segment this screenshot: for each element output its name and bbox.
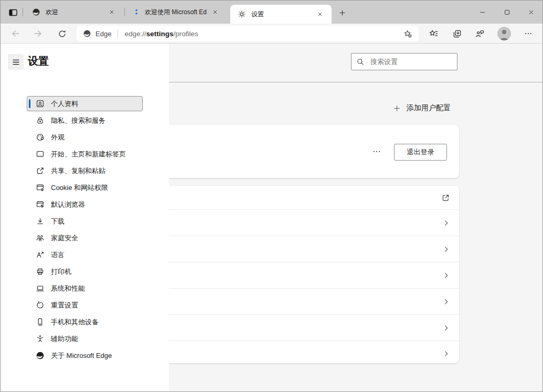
palette-icon [36, 133, 45, 142]
person-chat-icon [475, 29, 485, 39]
new-tab-button[interactable] [335, 6, 349, 19]
sidebar-item-start-home-newtab[interactable]: 开始、主页和新建标签页 [27, 146, 143, 162]
gear-icon [238, 10, 246, 18]
back-arrow-icon [11, 29, 20, 38]
tab-welcome-edge[interactable]: 欢迎使用 Microsoft Edg [126, 1, 227, 24]
tab-title: 设置 [251, 10, 312, 19]
close-window-button[interactable] [520, 4, 542, 20]
download-arrow-icon [36, 217, 45, 226]
tab-title: 欢迎 [46, 8, 103, 17]
settings-menu-button[interactable] [521, 26, 536, 41]
settings-sidebar: 设置 个人资料 隐私、搜索和服务 外观 [1, 44, 169, 391]
chevron-right-icon [442, 245, 450, 253]
site-label: Edge [95, 30, 111, 38]
sidebar-item-downloads[interactable]: 下载 [27, 214, 143, 229]
window-dots-icon [36, 150, 45, 158]
chevron-right-icon [442, 271, 450, 279]
sidebar-item-label: 共享、复制和粘贴 [51, 166, 105, 176]
tab-separator [124, 8, 125, 16]
sidebar-item-family-safety[interactable]: 家庭安全 [27, 230, 143, 246]
tab-separator [23, 8, 23, 16]
tab-actions-menu-button[interactable] [7, 6, 19, 19]
hamburger-icon [12, 58, 20, 67]
back-button[interactable] [8, 26, 23, 41]
tab-close-icon[interactable] [107, 7, 117, 17]
blue-dots-icon [133, 8, 140, 16]
chevron-right-icon [442, 298, 450, 305]
sidebar-item-label: 家庭安全 [51, 234, 78, 243]
settings-row[interactable] [169, 209, 459, 236]
edge-logo-icon [83, 29, 91, 38]
settings-row[interactable] [169, 262, 459, 288]
settings-row[interactable] [169, 314, 459, 341]
reload-icon [58, 29, 67, 38]
sidebar-item-phone-devices[interactable]: 手机和其他设备 [27, 314, 143, 330]
tab-close-icon[interactable] [315, 9, 325, 19]
sidebar-item-label: 默认浏览器 [51, 200, 85, 209]
sidebar-item-system-performance[interactable]: 系统和性能 [27, 281, 143, 296]
sidebar-item-label: 打印机 [51, 267, 71, 277]
sidebar-item-about-edge[interactable]: 关于 Microsoft Edge [27, 348, 143, 363]
forward-arrow-icon [33, 29, 42, 38]
tab-welcome[interactable]: 欢迎 [25, 1, 123, 24]
sidebar-item-default-browser[interactable]: 默认浏览器 [27, 197, 143, 212]
chevron-right-icon [442, 350, 450, 358]
maximize-icon [504, 9, 510, 16]
edge-logo-icon [36, 351, 45, 360]
selected-accent-bar [29, 99, 30, 108]
sidebar-item-accessibility[interactable]: 辅助功能 [27, 331, 143, 346]
phone-icon [36, 317, 45, 326]
sidebar-item-label: 个人资料 [51, 99, 78, 109]
settings-row[interactable] [169, 288, 459, 314]
sidebar-item-reset-settings[interactable]: 重置设置 [27, 298, 143, 313]
sidebar-item-label: 手机和其他设备 [51, 317, 99, 327]
sign-out-button[interactable]: 退出登录 [394, 144, 447, 161]
add-favorite-button[interactable] [399, 27, 417, 40]
url-text: edge://settings/profiles [124, 30, 198, 38]
profile-more-options-button[interactable] [369, 144, 385, 158]
settings-search-box[interactable] [351, 53, 457, 70]
profile-avatar-button[interactable] [497, 26, 512, 41]
reload-button[interactable] [55, 26, 69, 41]
sidebar-item-profiles[interactable]: 个人资料 [27, 96, 143, 111]
browser-essentials-button[interactable] [472, 26, 487, 41]
url-prefix: edge:// [124, 30, 146, 38]
settings-row-external[interactable] [169, 186, 459, 209]
add-profile-label: 添加用户配置 [407, 103, 451, 113]
sidebar-menu-button[interactable] [8, 54, 24, 70]
minimize-button[interactable] [471, 4, 493, 20]
sidebar-nav: 个人资料 隐私、搜索和服务 外观 开始、主页和新建标签页 [27, 96, 143, 365]
plus-icon [338, 9, 346, 17]
favorites-button[interactable] [426, 26, 441, 41]
tab-title: 欢迎使用 Microsoft Edg [145, 8, 207, 17]
tab-strip: 欢迎 欢迎使用 Microsoft Edg 设置 [1, 1, 542, 24]
sidebar-item-label: Cookie 和网站权限 [51, 183, 108, 193]
maximize-button[interactable] [496, 4, 518, 20]
address-bar[interactable]: Edge edge://settings/profiles [77, 26, 419, 41]
language-a-icon [36, 250, 45, 259]
avatar-icon [497, 27, 511, 40]
sidebar-item-printers[interactable]: 打印机 [27, 264, 143, 279]
sidebar-item-appearance[interactable]: 外观 [27, 130, 143, 145]
reset-arrow-icon [36, 301, 45, 310]
family-group-icon [36, 234, 45, 242]
settings-row[interactable] [169, 236, 459, 262]
forward-button[interactable] [30, 26, 45, 41]
settings-row[interactable] [169, 341, 459, 366]
collections-button[interactable] [450, 26, 464, 41]
workspaces-icon [8, 7, 18, 18]
sidebar-item-label: 下载 [51, 217, 65, 226]
sidebar-item-privacy[interactable]: 隐私、搜索和服务 [27, 113, 143, 128]
chevron-right-icon [442, 219, 450, 227]
close-icon [528, 9, 535, 16]
profile-card: 退出登录 [169, 125, 459, 178]
settings-search-input[interactable] [369, 57, 452, 66]
sidebar-item-share-copy-paste[interactable]: 共享、复制和粘贴 [27, 163, 143, 178]
minimize-icon [479, 9, 486, 16]
sidebar-item-languages[interactable]: 语言 [27, 247, 143, 262]
more-horizontal-icon [524, 29, 533, 38]
tab-close-icon[interactable] [210, 7, 220, 17]
tab-settings-active[interactable]: 设置 [230, 5, 332, 24]
add-profile-button[interactable]: 添加用户配置 [393, 101, 451, 115]
sidebar-item-cookies-permissions[interactable]: Cookie 和网站权限 [27, 180, 143, 195]
